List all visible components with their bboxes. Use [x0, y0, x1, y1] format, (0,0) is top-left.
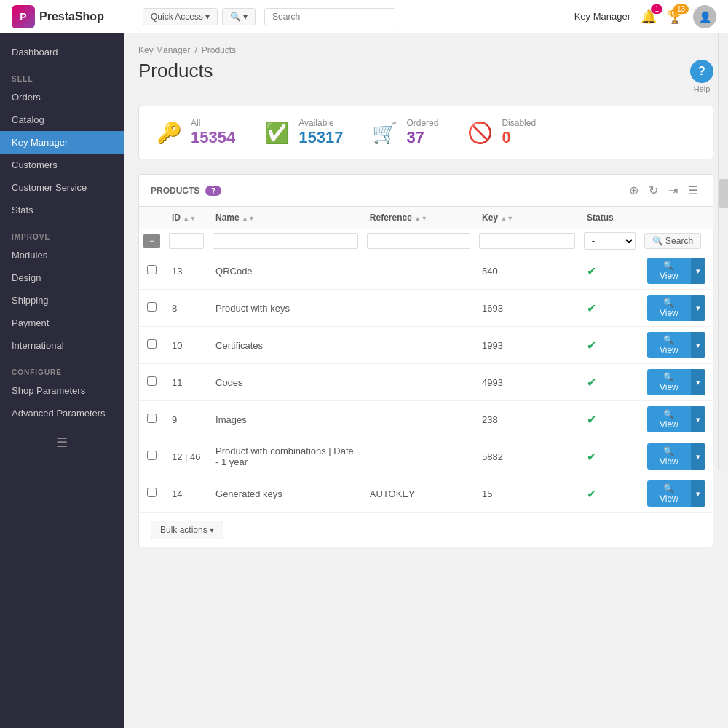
- filter-key-input[interactable]: [479, 233, 575, 249]
- sidebar-item-label: Advanced Parameters: [12, 408, 106, 419]
- row-reference: [363, 290, 475, 327]
- row-actions: 🔍 View ▾: [640, 290, 713, 327]
- view-button-group: 🔍 View ▾: [647, 258, 705, 284]
- sidebar-collapse-button[interactable]: ☰: [0, 424, 124, 461]
- sort-id-icon[interactable]: ▲▼: [183, 215, 196, 222]
- row-checkbox[interactable]: [147, 451, 157, 460]
- col-id-label: ID: [172, 213, 181, 223]
- row-checkbox[interactable]: [147, 265, 157, 274]
- col-key: Key ▲▼: [475, 207, 579, 229]
- sort-key-icon[interactable]: ▲▼: [500, 215, 513, 222]
- row-checkbox[interactable]: [147, 488, 157, 497]
- status-check-icon: ✔: [587, 302, 596, 314]
- sidebar-item-catalog[interactable]: Catalog: [0, 108, 124, 131]
- row-checkbox[interactable]: [147, 376, 157, 386]
- row-checkbox[interactable]: [147, 339, 157, 349]
- view-button[interactable]: 🔍 View: [647, 406, 691, 432]
- view-button-group: 🔍 View ▾: [647, 369, 705, 395]
- filter-name-input[interactable]: [213, 233, 358, 249]
- sidebar-item-customer-service[interactable]: Customer Service: [0, 176, 124, 199]
- add-icon-button[interactable]: ⊕: [626, 182, 641, 199]
- quick-access-button[interactable]: Quick Access ▾: [143, 8, 218, 25]
- table-body: 13 QRCode 540 ✔ 🔍 View ▾ 8 Product with …: [139, 253, 713, 513]
- sidebar-item-advanced-parameters[interactable]: Advanced Parameters: [0, 402, 124, 424]
- row-checkbox[interactable]: [147, 414, 157, 423]
- help-button[interactable]: ? Help: [690, 60, 713, 93]
- breadcrumb-current: Products: [202, 45, 236, 55]
- filter-id-input[interactable]: [169, 233, 204, 249]
- row-key: 540: [475, 253, 579, 290]
- main-content: Key Manager / Products Products ? Help 🔑…: [124, 33, 728, 728]
- row-name: Images: [208, 401, 363, 438]
- sidebar-item-shop-parameters[interactable]: Shop Parameters: [0, 379, 124, 402]
- avatar[interactable]: 👤: [693, 5, 716, 28]
- notifications-button[interactable]: 🔔 1: [641, 9, 657, 25]
- status-check-icon: ✔: [587, 339, 596, 352]
- sidebar-item-orders[interactable]: Orders: [0, 86, 124, 108]
- sidebar-item-modules[interactable]: Modules: [0, 244, 124, 266]
- chevron-down-icon: ▾: [205, 12, 210, 22]
- view-dropdown-button[interactable]: ▾: [691, 369, 705, 395]
- sidebar-item-design[interactable]: Design: [0, 266, 124, 289]
- refresh-icon-button[interactable]: ↻: [646, 182, 661, 199]
- scroll-thumb[interactable]: [719, 179, 728, 208]
- view-button[interactable]: 🔍 View: [647, 295, 691, 321]
- all-value: 15354: [191, 128, 235, 147]
- view-button[interactable]: 🔍 View: [647, 480, 691, 507]
- filter-id-cell: [165, 229, 208, 253]
- view-button[interactable]: 🔍 View: [647, 258, 691, 284]
- columns-icon-button[interactable]: ☰: [685, 182, 701, 199]
- view-button[interactable]: 🔍 View: [647, 443, 691, 470]
- row-checkbox-cell: [139, 401, 165, 438]
- stat-ordered: 🛒 Ordered 37: [372, 118, 438, 147]
- view-dropdown-button[interactable]: ▾: [691, 480, 705, 507]
- trophy-badge: 13: [673, 4, 689, 14]
- row-checkbox[interactable]: [147, 302, 157, 312]
- disabled-label: Disabled: [502, 118, 536, 128]
- search-input[interactable]: [264, 8, 395, 25]
- export-icon-button[interactable]: ⇥: [665, 182, 681, 199]
- view-button-group: 🔍 View ▾: [647, 480, 705, 507]
- sidebar-item-international[interactable]: International: [0, 334, 124, 357]
- deselect-all-button[interactable]: −: [143, 234, 160, 248]
- filter-reference-input[interactable]: [367, 233, 470, 249]
- trophy-button[interactable]: 🏆 13: [667, 9, 683, 25]
- disabled-value: 0: [502, 128, 536, 147]
- sidebar-item-dashboard[interactable]: Dashboard: [0, 41, 124, 63]
- row-status: ✔: [579, 438, 640, 475]
- sidebar-item-stats[interactable]: Stats: [0, 199, 124, 221]
- sort-name-icon[interactable]: ▲▼: [242, 215, 255, 222]
- table-count-badge: 7: [205, 186, 221, 196]
- search-icon-button[interactable]: 🔍▾: [222, 8, 256, 25]
- products-table: ID ▲▼ Name ▲▼ Reference ▲▼ Key ▲▼: [139, 207, 713, 513]
- view-button[interactable]: 🔍 View: [647, 369, 691, 395]
- filter-status-select[interactable]: - Enabled Disabled: [584, 232, 636, 250]
- row-key: 238: [475, 401, 579, 438]
- row-checkbox-cell: [139, 290, 165, 327]
- view-dropdown-button[interactable]: ▾: [691, 332, 705, 358]
- sidebar-item-customers[interactable]: Customers: [0, 154, 124, 176]
- row-reference: [363, 401, 475, 438]
- filter-search-button[interactable]: 🔍 Search: [644, 233, 701, 249]
- view-dropdown-button[interactable]: ▾: [691, 258, 705, 284]
- row-actions: 🔍 View ▾: [640, 475, 713, 513]
- view-dropdown-button[interactable]: ▾: [691, 406, 705, 432]
- row-checkbox-cell: [139, 438, 165, 475]
- sort-reference-icon[interactable]: ▲▼: [414, 215, 427, 222]
- search-icon: 🔍: [230, 12, 241, 22]
- sidebar-item-shipping[interactable]: Shipping: [0, 289, 124, 312]
- view-dropdown-button[interactable]: ▾: [691, 295, 705, 321]
- row-reference: AUTOKEY: [363, 475, 475, 513]
- bulk-actions-button[interactable]: Bulk actions ▾: [151, 521, 223, 539]
- scrollbar[interactable]: [718, 33, 728, 470]
- ordered-icon: 🛒: [372, 121, 397, 145]
- help-label: Help: [690, 84, 713, 93]
- view-button[interactable]: 🔍 View: [647, 332, 691, 358]
- sidebar-item-payment[interactable]: Payment: [0, 312, 124, 334]
- available-value: 15317: [298, 128, 343, 147]
- sidebar-item-key-manager[interactable]: Key Manager: [0, 131, 124, 154]
- row-key: 15: [475, 475, 579, 513]
- view-dropdown-button[interactable]: ▾: [691, 443, 705, 470]
- logo-icon: P: [12, 5, 35, 28]
- breadcrumb-parent[interactable]: Key Manager: [138, 45, 190, 55]
